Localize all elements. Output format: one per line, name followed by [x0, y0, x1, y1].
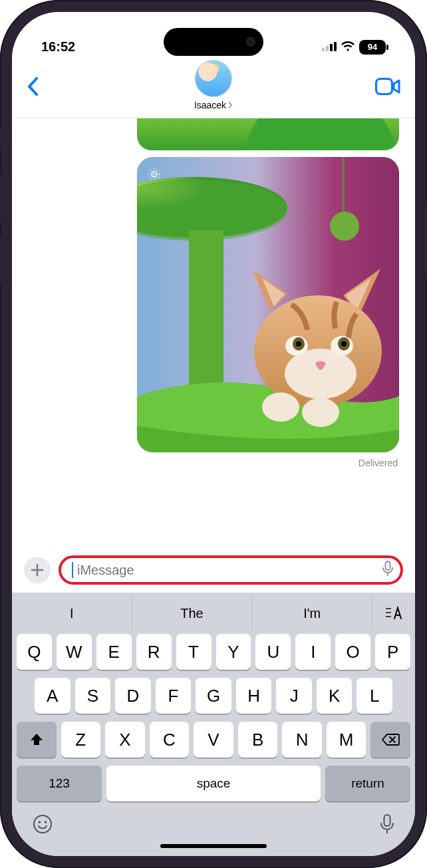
svg-point-24 [153, 173, 155, 175]
nav-header: Isaacek [12, 57, 415, 118]
keyboard-dictation-button[interactable] [379, 813, 395, 837]
key-j[interactable]: J [276, 678, 312, 714]
key-q[interactable]: Q [17, 634, 52, 670]
svg-rect-3 [334, 42, 337, 51]
back-button[interactable] [27, 77, 39, 98]
svg-point-18 [296, 341, 301, 347]
svg-rect-11 [189, 230, 223, 403]
emoji-button[interactable] [32, 813, 53, 837]
svg-point-13 [285, 349, 356, 399]
key-n[interactable]: N [282, 722, 322, 758]
contact-name: Isaacek [194, 100, 226, 110]
text-caret [72, 562, 73, 578]
svg-rect-32 [384, 815, 390, 826]
previous-message-bubble[interactable] [137, 118, 399, 150]
status-time: 16:52 [41, 39, 75, 55]
wifi-icon [341, 39, 355, 55]
chevron-right-icon [227, 102, 233, 108]
svg-point-19 [341, 341, 347, 347]
svg-point-7 [330, 212, 359, 241]
keyboard-row-2: A S D F G H J K L [12, 674, 415, 718]
message-input[interactable] [76, 562, 382, 579]
cellular-icon [322, 39, 337, 55]
shift-key[interactable] [17, 722, 57, 758]
svg-point-31 [45, 821, 47, 823]
keyboard-row-3: Z X C V B N M [12, 718, 415, 762]
key-m[interactable]: M [327, 722, 366, 758]
screen: 16:52 94 Isaacek [12, 12, 415, 856]
message-input-container[interactable] [59, 555, 403, 585]
facetime-button[interactable] [375, 78, 400, 98]
suggestion-1[interactable]: I [12, 597, 132, 630]
keyboard-bottom-row [12, 808, 415, 840]
numbers-key[interactable]: 123 [17, 766, 102, 801]
svg-rect-2 [330, 44, 333, 51]
suggestion-2[interactable]: The [132, 597, 253, 630]
key-w[interactable]: W [57, 634, 92, 670]
volume-up-button [0, 173, 1, 223]
svg-rect-0 [322, 48, 325, 51]
key-p[interactable]: P [375, 634, 410, 670]
key-c[interactable]: C [150, 722, 190, 758]
key-x[interactable]: X [105, 722, 145, 758]
avatar [195, 60, 232, 97]
key-y[interactable]: Y [216, 634, 251, 670]
key-t[interactable]: T [176, 634, 212, 670]
add-attachment-button[interactable] [24, 557, 51, 583]
dictation-icon[interactable] [382, 561, 394, 579]
suggestion-bar: I The I'm [12, 597, 415, 630]
svg-point-29 [34, 815, 51, 833]
live-photo-icon [146, 166, 162, 182]
svg-rect-4 [376, 78, 392, 94]
home-indicator[interactable] [160, 844, 267, 848]
key-o[interactable]: O [335, 634, 370, 670]
key-f[interactable]: F [156, 678, 192, 714]
key-r[interactable]: R [136, 634, 172, 670]
silence-switch [0, 126, 1, 150]
suggestion-3[interactable]: I'm [252, 597, 372, 630]
delivered-status: Delivered [358, 458, 398, 468]
battery-indicator: 94 [359, 40, 386, 55]
key-d[interactable]: D [115, 678, 151, 714]
conversation-area[interactable]: Delivered [12, 118, 415, 551]
keyboard: I The I'm Q W E R T Y [12, 593, 415, 856]
space-key[interactable]: space [106, 766, 321, 801]
svg-rect-1 [326, 46, 329, 51]
key-a[interactable]: A [35, 678, 71, 714]
keyboard-row-1: Q W E R T Y U I O P [12, 630, 415, 674]
compose-bar [12, 551, 415, 593]
text-format-button[interactable] [372, 597, 415, 630]
key-v[interactable]: V [194, 722, 233, 758]
contact-header[interactable]: Isaacek [194, 60, 233, 110]
svg-point-21 [302, 398, 339, 427]
key-h[interactable]: H [236, 678, 272, 714]
svg-rect-25 [386, 561, 390, 570]
key-k[interactable]: K [317, 678, 353, 714]
key-z[interactable]: Z [61, 722, 101, 758]
svg-point-20 [262, 392, 299, 422]
backspace-key[interactable] [370, 722, 410, 758]
key-l[interactable]: L [356, 678, 392, 714]
iphone-frame: 16:52 94 Isaacek [0, 0, 427, 868]
keyboard-row-4: 123 space return [12, 762, 415, 808]
key-b[interactable]: B [238, 722, 278, 758]
dynamic-island [164, 28, 263, 56]
key-e[interactable]: E [96, 634, 132, 670]
volume-down-button [0, 234, 1, 285]
key-s[interactable]: S [75, 678, 111, 714]
key-i[interactable]: I [295, 634, 331, 670]
image-message-bubble[interactable] [137, 157, 399, 452]
key-u[interactable]: U [255, 634, 291, 670]
key-g[interactable]: G [196, 678, 231, 714]
svg-point-30 [39, 821, 41, 823]
return-key[interactable]: return [325, 766, 410, 801]
